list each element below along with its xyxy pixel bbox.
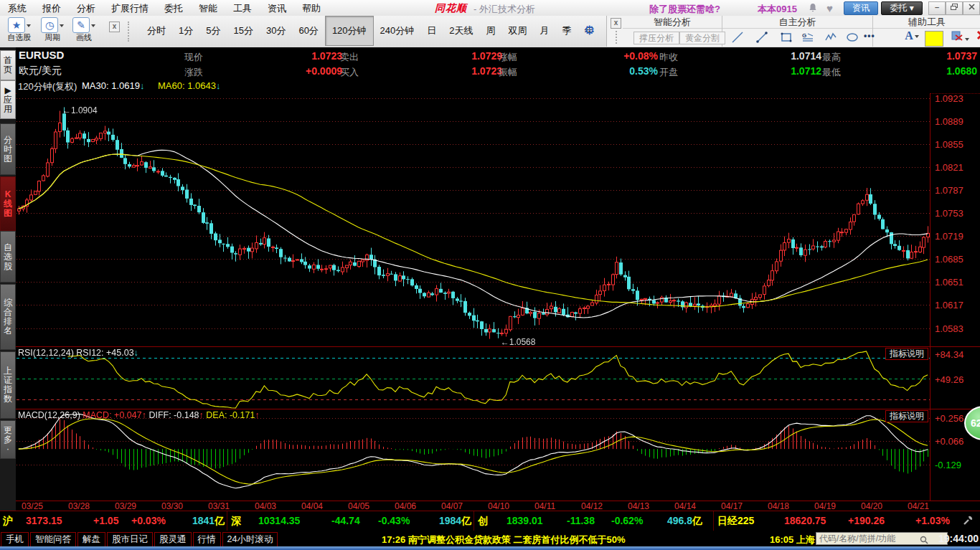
timeframe-月[interactable]: 月 <box>534 16 556 46</box>
quote-label-振幅: 振幅 <box>499 66 517 79</box>
wave-tool-icon[interactable] <box>824 31 839 45</box>
menu-item-扩展行情[interactable]: 扩展行情 <box>103 0 156 16</box>
taskbar-button-解盘[interactable]: 解盘 <box>77 532 105 548</box>
timeframe-1分[interactable]: 1分 <box>172 16 199 46</box>
index-change: +1.05 <box>93 515 118 526</box>
taskbar-button-股市日记[interactable]: 股市日记 <box>107 532 153 548</box>
support-pressure-button[interactable]: 撑压分析 <box>633 32 679 44</box>
date-label-04/11: 04/11 <box>534 501 555 511</box>
rsi-axis-label: +84.34 <box>935 349 963 360</box>
app-logo: 同花顺 <box>435 2 467 15</box>
timeframe-5分[interactable]: 5分 <box>199 16 227 46</box>
macd-help-button[interactable]: 指标说明 <box>885 410 928 422</box>
index-price: 1839.01 <box>507 515 543 526</box>
menu-item-智能[interactable]: 智能 <box>191 0 225 16</box>
more-tools-icon[interactable]: ••• <box>864 31 878 45</box>
quote-value-开盘: 1.0712 <box>743 65 821 77</box>
symbol-name: 欧元/美元 <box>19 65 62 77</box>
taskbar-button-24小时滚动[interactable]: 24小时滚动 <box>222 532 278 548</box>
taskbar-button-行情[interactable]: 行情 <box>193 532 221 548</box>
timeframe-周[interactable]: 周 <box>480 16 502 46</box>
timeframe-2天线[interactable]: 2天线 <box>443 16 479 46</box>
sidebar-tab-K线图[interactable]: K 线 图 <box>0 176 16 231</box>
rsi-chart[interactable] <box>17 347 930 409</box>
quote-label-现价: 现价 <box>184 51 203 64</box>
index-pct: +1.03% <box>915 515 950 526</box>
analysis-panel-close[interactable]: x <box>611 18 621 29</box>
sidebar-tab-分时图[interactable]: 分 时 图 <box>0 123 16 175</box>
wrench-icon[interactable] <box>963 515 974 528</box>
news-ticker-2[interactable]: 16:05 上海 <box>770 534 815 546</box>
trendline-tool-icon[interactable] <box>731 31 745 45</box>
drag-handle[interactable] <box>616 31 619 44</box>
text-tool-button[interactable]: A <box>900 29 923 47</box>
golden-section-button[interactable]: 黄金分割 <box>679 32 725 44</box>
period-button[interactable]: ◷ 周期 <box>37 17 67 46</box>
timeframe-60分[interactable]: 60分 <box>292 16 324 46</box>
menu-item-分析[interactable]: 分析 <box>69 0 103 16</box>
sidebar-tab-上证指数[interactable]: 上 证 指 数 <box>0 351 16 419</box>
heart-icon[interactable]: ♥ <box>826 2 833 14</box>
index-price: 3173.15 <box>26 515 62 526</box>
analysis-panel: x 智能分析 自主分析 辅助工具 撑压分析 黄金分割 G ••• <box>606 16 980 47</box>
pencil-icon: ✎ <box>72 17 90 33</box>
timeframe-240分钟[interactable]: 240分钟 <box>374 16 421 46</box>
date-label-03/29: 03/29 <box>115 501 136 511</box>
sidebar-tab-首页[interactable]: 首 页 <box>0 50 16 80</box>
favorites-button[interactable]: ★ 自选股 <box>4 17 34 46</box>
timeframe-120分钟[interactable]: 120分钟 <box>325 16 374 46</box>
quote-label-涨跌: 涨跌 <box>184 66 203 79</box>
candlestick-chart[interactable] <box>17 93 930 346</box>
sidebar-tab-更多[interactable]: 更 多 · <box>0 420 16 459</box>
segment-tool-icon[interactable] <box>755 31 770 45</box>
menu-item-委托[interactable]: 委托 <box>156 0 191 16</box>
menu-item-报价[interactable]: 报价 <box>34 0 69 16</box>
clock-icon: ◷ <box>41 17 58 33</box>
close-button[interactable] <box>963 1 980 15</box>
sidebar-tab-自选股[interactable]: 自 选 股 <box>0 231 16 283</box>
news-button[interactable]: 资讯 <box>844 1 878 15</box>
username-link[interactable]: 本本0915 <box>758 3 797 16</box>
menu-item-系统[interactable]: 系统 <box>0 0 34 16</box>
color-swatch-button[interactable] <box>925 31 943 47</box>
symbol: EURUSD <box>19 49 64 61</box>
restore-button[interactable] <box>946 1 963 15</box>
timeframe-双周[interactable]: 双周 <box>502 16 534 46</box>
chart-area: 120分钟(复权) MA30: 1.0619↓ MA60: 1.0643↓ RS… <box>16 79 980 511</box>
date-label-04/14: 04/14 <box>674 501 696 511</box>
timeframe-toolbar-close[interactable]: x <box>109 22 120 32</box>
taskbar-button-股灵通[interactable]: 股灵通 <box>154 532 192 548</box>
menu-item-资讯[interactable]: 资讯 <box>260 0 294 16</box>
drag-handle[interactable] <box>128 22 131 42</box>
timeframe-30分[interactable]: 30分 <box>260 16 292 46</box>
sidebar-tab-综合排名[interactable]: 综 合 排 名 <box>0 284 16 350</box>
settings-gear-icon[interactable]: ⚙ <box>584 24 595 37</box>
menu-item-帮助[interactable]: 帮助 <box>294 0 329 16</box>
news-ticker-1[interactable]: 17:26 南宁调整公积金贷款政策 二套房首付比例不低于50% <box>382 534 626 546</box>
eraser-tool-button[interactable] <box>948 29 972 47</box>
rectangle-tool-icon[interactable] <box>780 31 794 45</box>
bell-icon[interactable] <box>808 2 818 14</box>
delete-all-button[interactable] <box>975 29 980 47</box>
sidebar-tab-应用[interactable]: ▶ 应 用 <box>0 80 16 119</box>
gann-lines-tool-icon[interactable]: G <box>801 31 816 45</box>
timeframe-15分[interactable]: 15分 <box>227 16 259 46</box>
taskbar-button-手机[interactable]: 手机 <box>1 532 29 548</box>
timeframe-分时[interactable]: 分时 <box>141 16 172 46</box>
minimize-button[interactable]: – <box>928 1 946 15</box>
macd-chart[interactable] <box>17 409 930 501</box>
date-label-04/06: 04/06 <box>395 501 416 511</box>
trade-button[interactable]: 委托 ▾ <box>881 1 923 15</box>
taskbar-button-智能问答[interactable]: 智能问答 <box>30 532 76 548</box>
menu-item-工具[interactable]: 工具 <box>225 0 260 16</box>
rsi-axis-label: +49.26 <box>935 374 963 385</box>
drawline-button[interactable]: ✎ 画线 <box>69 17 99 46</box>
timeframe-季[interactable]: 季 <box>556 16 578 46</box>
rsi-help-button[interactable]: 指标说明 <box>885 348 928 360</box>
chart-header: 120分钟(复权) MA30: 1.0619↓ MA60: 1.0643↓ <box>16 79 980 94</box>
ellipse-tool-icon[interactable] <box>846 31 860 45</box>
timeframe-日[interactable]: 日 <box>420 16 443 46</box>
promo-link[interactable]: 除了股票还需啥? <box>649 3 720 16</box>
index-pct: -0.43% <box>378 515 410 526</box>
quote-value-买入: 1.0723 <box>423 65 502 77</box>
